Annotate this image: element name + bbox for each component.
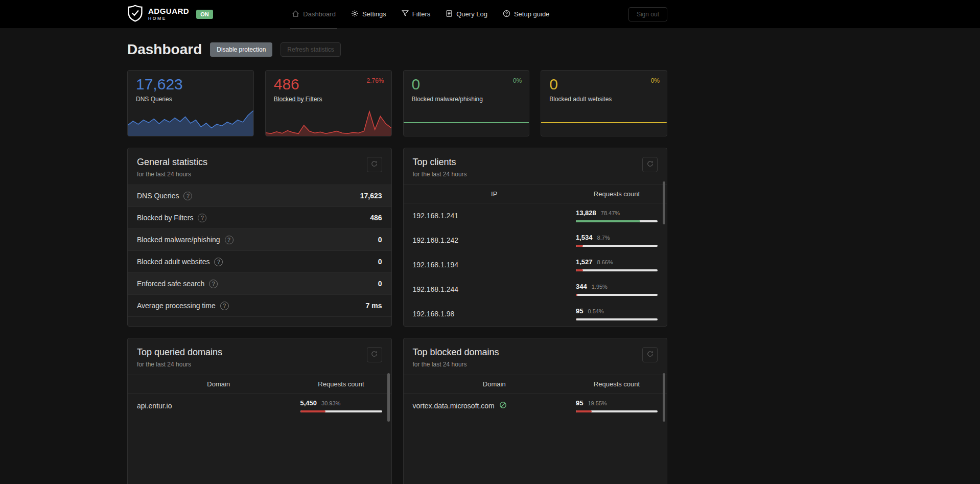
- help-icon[interactable]: ?: [225, 236, 234, 244]
- requests-bar: [576, 220, 658, 222]
- client-ip[interactable]: 192.168.1.244: [413, 285, 459, 293]
- table-header: Domain Requests count: [404, 375, 667, 394]
- stat-row-value: 0: [378, 280, 382, 288]
- help-icon[interactable]: ?: [183, 192, 192, 200]
- stat-row: DNS Queries? 17,623: [128, 185, 391, 207]
- column-header-ip: IP: [413, 190, 576, 198]
- stat-row-value: 7 ms: [366, 302, 382, 310]
- request-percent: 19.55%: [588, 400, 606, 406]
- document-icon: [446, 10, 453, 19]
- refresh-statistics-button[interactable]: Refresh statistics: [281, 42, 340, 57]
- protection-on-badge: ON: [196, 10, 213, 19]
- stat-row: Blocked malware/phishing? 0: [128, 229, 391, 251]
- table-header: IP Requests count: [404, 185, 667, 203]
- adguard-home-logo[interactable]: ADGUARD HOME ON: [127, 5, 213, 24]
- stat-row-label: DNS Queries: [137, 192, 179, 200]
- refresh-icon: [371, 351, 378, 359]
- funnel-icon: [402, 10, 409, 18]
- requests-bar: [576, 318, 658, 320]
- card-scrollbar[interactable]: [663, 181, 665, 224]
- blocked-malware-percent: 0%: [513, 77, 522, 84]
- nav-item-dashboard[interactable]: Dashboard: [292, 10, 336, 19]
- blocked-filters-percent: 2.76%: [366, 77, 384, 84]
- domain-name[interactable]: api.entur.io: [137, 402, 172, 410]
- stat-card-blocked-malware: 0 Blocked malware/phishing 0%: [403, 70, 530, 136]
- request-count: 5,450: [300, 399, 317, 407]
- column-header-domain: Domain: [413, 380, 576, 388]
- stat-row: Average processing time? 7 ms: [128, 295, 391, 317]
- domain-row: api.entur.io 5,45030.93%: [128, 394, 391, 418]
- blocked-adult-label: Blocked adult websites: [549, 96, 612, 103]
- card-subtitle: for the last 24 hours: [137, 171, 207, 178]
- top-queried-domains-card: Top queried domains for the last 24 hour…: [127, 338, 392, 484]
- blocked-malware-value: 0: [404, 71, 529, 93]
- summary-cards: 17,623 DNS Queries 486 Blocked by Filter…: [127, 70, 667, 136]
- card-title: General statistics: [137, 157, 207, 168]
- request-percent: 1.95%: [592, 284, 608, 290]
- blocked-adult-sparkline: [541, 109, 667, 136]
- card-scrollbar[interactable]: [387, 373, 390, 422]
- refresh-card-button[interactable]: [367, 347, 382, 362]
- nav-item-filters[interactable]: Filters: [402, 10, 430, 19]
- help-icon[interactable]: ?: [214, 258, 223, 266]
- shield-logo-icon: [127, 5, 143, 24]
- client-row: 192.168.1.241 13,82878.47%: [404, 203, 667, 228]
- help-icon[interactable]: ?: [198, 214, 206, 222]
- request-percent: 8.66%: [597, 259, 613, 265]
- stat-row-label: Enforced safe search: [137, 280, 204, 288]
- column-header-count: Requests count: [300, 380, 382, 388]
- client-row: 192.168.1.194 1,5278.66%: [404, 252, 667, 277]
- page-title: Dashboard: [127, 41, 202, 58]
- sign-out-button[interactable]: Sign out: [628, 7, 667, 21]
- stat-row: Blocked adult websites? 0: [128, 251, 391, 273]
- blocked-malware-label: Blocked malware/phishing: [412, 96, 483, 103]
- domain-row: vortex.data.microsoft.com 9519.55%: [404, 394, 667, 418]
- nav-item-settings[interactable]: Settings: [351, 10, 386, 19]
- dns-queries-value: 17,623: [128, 71, 253, 93]
- refresh-icon: [647, 160, 654, 169]
- top-navbar: ADGUARD HOME ON Dashboard Settings Filte…: [0, 0, 980, 28]
- stat-row-label: Blocked by Filters: [137, 214, 193, 222]
- refresh-card-button[interactable]: [367, 157, 382, 172]
- column-header-count: Requests count: [576, 380, 658, 388]
- request-percent: 8.7%: [597, 235, 610, 241]
- question-circle-icon: [503, 10, 510, 19]
- requests-bar: [300, 410, 382, 412]
- blocked-filters-link[interactable]: Blocked by Filters: [274, 96, 322, 103]
- request-percent: 0.54%: [588, 308, 603, 314]
- card-scrollbar[interactable]: [663, 373, 665, 422]
- refresh-card-button[interactable]: [642, 157, 658, 172]
- stat-row: Blocked by Filters? 486: [128, 207, 391, 229]
- top-clients-card: Top clients for the last 24 hours IP Req…: [403, 148, 668, 327]
- nav-label: Filters: [412, 10, 430, 18]
- client-row: 192.168.1.98 950.54%: [404, 302, 667, 326]
- stat-card-blocked-adult: 0 Blocked adult websites 0%: [541, 70, 667, 136]
- column-header-domain: Domain: [137, 380, 300, 388]
- help-icon[interactable]: ?: [220, 302, 229, 310]
- stat-row-value: 0: [378, 236, 382, 244]
- client-ip[interactable]: 192.168.1.98: [413, 310, 455, 318]
- refresh-card-button[interactable]: [642, 347, 658, 362]
- card-title: Top blocked domains: [413, 347, 499, 358]
- client-ip[interactable]: 192.168.1.241: [413, 212, 459, 220]
- blocked-adult-percent: 0%: [651, 77, 660, 84]
- table-header: Domain Requests count: [128, 375, 391, 394]
- help-icon[interactable]: ?: [209, 280, 218, 288]
- gear-icon: [351, 10, 359, 19]
- brand-title: ADGUARD: [148, 7, 189, 15]
- request-percent: 78.47%: [601, 210, 620, 216]
- nav-item-query-log[interactable]: Query Log: [446, 10, 487, 19]
- request-count: 1,534: [576, 234, 593, 241]
- client-ip[interactable]: 192.168.1.194: [413, 261, 459, 269]
- blocked-circle-slash-icon: [499, 401, 507, 410]
- requests-bar: [576, 269, 658, 271]
- client-ip[interactable]: 192.168.1.242: [413, 236, 459, 244]
- nav-item-setup-guide[interactable]: Setup guide: [503, 10, 549, 19]
- dashboard-page: Dashboard Disable protection Refresh sta…: [127, 28, 667, 484]
- brand-subtitle: HOME: [148, 16, 189, 21]
- requests-bar: [576, 245, 658, 247]
- top-blocked-domains-card: Top blocked domains for the last 24 hour…: [403, 338, 668, 484]
- domain-name[interactable]: vortex.data.microsoft.com: [413, 402, 495, 410]
- main-nav: Dashboard Settings Filters Query Log Set…: [292, 10, 549, 19]
- disable-protection-button[interactable]: Disable protection: [210, 42, 272, 57]
